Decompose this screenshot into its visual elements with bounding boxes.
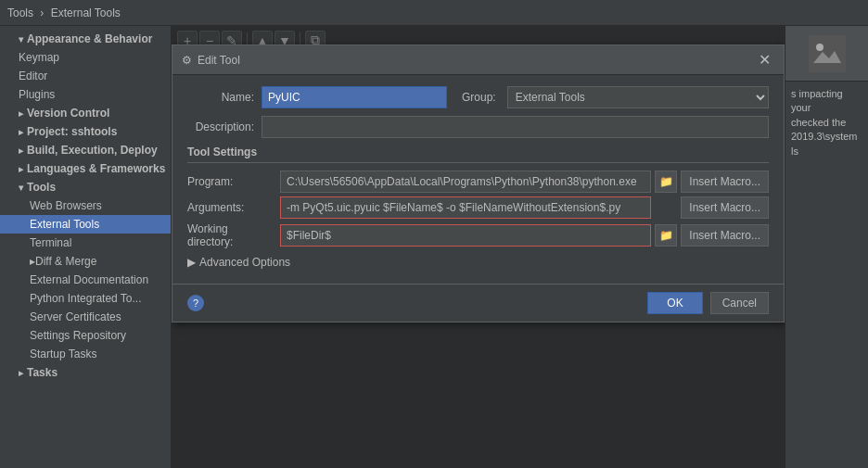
arguments-input-wrap: Insert Macro... [280,196,769,219]
name-group-row: Name: Group: External Tools [187,86,769,108]
modal-icon: ⚙ [182,54,192,67]
sidebar-label-python-integrated-tools: Python Integrated To... [30,292,142,305]
sidebar-item-build-execution[interactable]: ▸Build, Execution, Deploy [0,141,171,159]
working-dir-browse-button[interactable]: 📁 [655,224,677,247]
sidebar-item-external-tools[interactable]: External Tools [0,215,171,234]
modal-footer: ? OK Cancel [172,284,784,322]
footer-left: ? [187,295,204,311]
program-label: Program: [187,175,280,188]
program-input-wrap: 📁 Insert Macro... [280,171,769,193]
svg-rect-0 [809,35,846,72]
main-layout: ▾Appearance & BehaviorKeymapEditorPlugin… [0,26,868,468]
name-input[interactable] [262,86,447,108]
advanced-arrow-icon: ▶ [187,256,196,269]
breadcrumb: Tools › External Tools [7,6,121,19]
sidebar-item-server-certificates[interactable]: Server Certificates [0,308,171,326]
description-label: Description: [187,120,262,133]
top-bar: Tools › External Tools [0,0,868,26]
program-input[interactable] [280,171,651,193]
group-label: Group: [462,91,496,104]
sidebar-arrow-version-control: ▸ [19,108,23,119]
description-input[interactable] [262,116,769,138]
sidebar-item-tools[interactable]: ▾Tools [0,178,171,196]
sidebar-item-appearance[interactable]: ▾Appearance & Behavior [0,30,171,48]
program-browse-button[interactable]: 📁 [655,171,677,193]
content-panel: + − ✎ ▲ ▼ ⧉ ▾ ✓ External Tools✓ Qt Desig… [172,26,785,468]
working-dir-row: Working directory: 📁 Insert Macro... [187,222,769,248]
svg-point-1 [816,44,823,51]
sidebar-item-plugins[interactable]: Plugins [0,85,171,104]
name-group: Group: External Tools [262,86,769,108]
sidebar-label-version-control: Version Control [27,107,109,120]
sidebar-arrow-appearance: ▾ [19,34,23,44]
sidebar-arrow-project-sshtools: ▸ [19,127,23,137]
sidebar-item-version-control[interactable]: ▸Version Control [0,104,171,122]
right-text-1: s impacting your [791,87,862,116]
group-select[interactable]: External Tools [507,86,769,108]
sidebar-item-editor[interactable]: Editor [0,67,171,85]
breadcrumb-sep: › [40,6,44,19]
arguments-row: Arguments: Insert Macro... [187,196,769,219]
arguments-insert-macro-button[interactable]: Insert Macro... [681,196,769,219]
sidebar-item-web-browsers[interactable]: Web Browsers [0,196,171,215]
program-insert-macro-button[interactable]: Insert Macro... [681,171,769,193]
sidebar-label-external-tools: External Tools [30,218,99,231]
working-dir-insert-macro-button[interactable]: Insert Macro... [681,224,769,247]
footer-right: OK Cancel [647,292,769,314]
cancel-button[interactable]: Cancel [710,292,769,314]
sidebar-label-external-documentation: External Documentation [30,273,148,286]
sidebar-item-tasks[interactable]: ▸Tasks [0,363,171,382]
sidebar-item-project-sshtools[interactable]: ▸Project: sshtools [0,122,171,141]
working-dir-label: Working directory: [187,222,280,248]
modal-title-group: ⚙ Edit Tool [182,54,240,67]
sidebar-item-diff-merge[interactable]: ▸Diff & Merge [0,252,171,271]
sidebar-label-appearance: Appearance & Behavior [27,32,152,45]
name-label: Name: [187,91,262,104]
sidebar-item-external-documentation[interactable]: External Documentation [0,271,171,289]
sidebar-arrow-build-execution: ▸ [19,145,23,156]
description-row: Description: [187,116,769,138]
breadcrumb-root: Tools [7,6,33,19]
sidebar-arrow-tools: ▾ [19,183,23,193]
sidebar-item-keymap[interactable]: Keymap [0,48,171,67]
advanced-options-toggle[interactable]: ▶ Advanced Options [187,256,769,269]
sidebar-label-settings-repository: Settings Repository [30,329,126,342]
arguments-input[interactable] [280,196,651,219]
working-dir-input-wrap: 📁 Insert Macro... [280,224,769,247]
modal-overlay: ⚙ Edit Tool ✕ Name: Group: Exte [172,26,785,468]
sidebar-label-project-sshtools: Project: sshtools [27,125,117,138]
sidebar-item-settings-repository[interactable]: Settings Repository [0,326,171,345]
sidebar-item-python-integrated-tools[interactable]: Python Integrated To... [0,289,171,308]
right-text-3: 2019.3\system [791,130,862,144]
sidebar-label-tools: Tools [27,181,56,194]
modal-body: Name: Group: External Tools Description: [172,75,784,284]
tool-settings-label: Tool Settings [187,145,769,163]
help-button[interactable]: ? [187,295,204,311]
working-dir-input[interactable] [280,224,651,247]
sidebar-label-startup-tasks: Startup Tasks [30,348,96,360]
right-text-2: checked the [791,116,862,130]
sidebar: ▾Appearance & BehaviorKeymapEditorPlugin… [0,26,172,468]
sidebar-label-keymap: Keymap [19,51,59,64]
sidebar-arrow-languages-frameworks: ▸ [19,164,23,174]
modal-title: Edit Tool [198,54,240,67]
sidebar-item-startup-tasks[interactable]: Startup Tasks [0,345,171,363]
sidebar-label-terminal: Terminal [30,236,71,249]
modal-close-button[interactable]: ✕ [755,51,774,69]
right-text-4: ls [791,145,862,158]
sidebar-label-web-browsers: Web Browsers [30,199,102,212]
sidebar-item-languages-frameworks[interactable]: ▸Languages & Frameworks [0,159,171,178]
breadcrumb-current: External Tools [51,6,121,19]
modal-header: ⚙ Edit Tool ✕ [172,45,784,75]
advanced-options-label: Advanced Options [199,256,290,269]
sidebar-label-editor: Editor [19,70,47,82]
edit-tool-dialog: ⚙ Edit Tool ✕ Name: Group: Exte [172,44,785,323]
program-row: Program: 📁 Insert Macro... [187,171,769,193]
sidebar-label-tasks: Tasks [27,366,57,379]
arguments-label: Arguments: [187,201,280,214]
sidebar-item-terminal[interactable]: Terminal [0,234,171,252]
sidebar-label-server-certificates: Server Certificates [30,310,121,323]
sidebar-label-build-execution: Build, Execution, Deploy [27,144,158,157]
right-panel-content: s impacting your checked the 2019.3\syst… [785,82,868,468]
ok-button[interactable]: OK [647,292,702,314]
